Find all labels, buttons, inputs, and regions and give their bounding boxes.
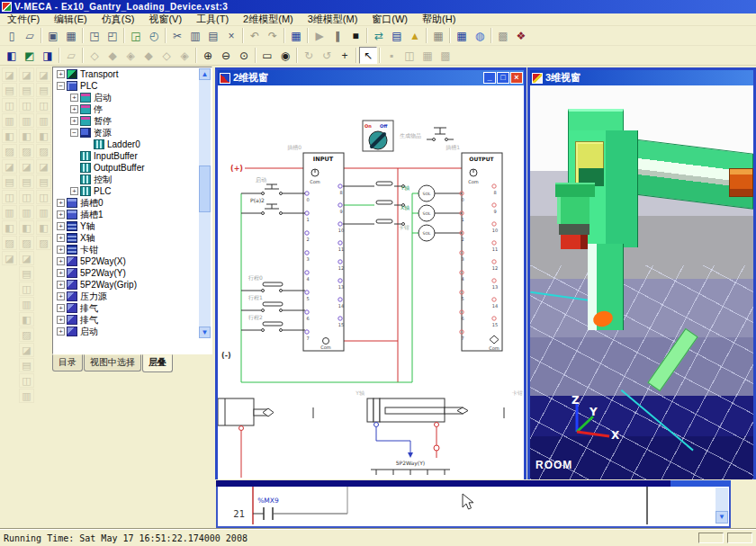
pan-icon[interactable]: + [336,47,354,64]
mesh-icon[interactable]: ▩ [494,27,512,44]
tree-item[interactable]: +OutputBuffer [54,162,200,174]
left-tool-icon[interactable]: ◫ [19,282,34,296]
left-tool-icon[interactable]: ▥ [36,205,51,219]
save-all-icon[interactable]: ▦ [62,27,80,44]
tree-item[interactable]: +排气 [54,302,200,314]
left-tool-icon[interactable]: ▨ [2,236,17,250]
left-tool-icon[interactable]: ◫ [19,373,34,388]
iso-view-3-icon[interactable]: ◈ [122,47,140,64]
play-icon[interactable]: ▶ [310,27,328,44]
left-tool-icon[interactable]: ◧ [36,129,51,143]
left-tool-icon[interactable]: ▨ [19,236,34,250]
left-tool-icon[interactable]: ◫ [19,190,34,204]
tree-expand-toggle[interactable]: − [57,82,65,90]
open-file-icon[interactable]: ▱ [21,27,39,44]
left-tool-icon[interactable]: ▤ [2,175,17,189]
iso-view-4-icon[interactable]: ◆ [140,47,158,64]
zoom-fit-icon[interactable]: ⊙ [235,47,253,64]
left-tool-icon[interactable]: ◫ [36,190,51,204]
left-tool-icon[interactable]: ◫ [36,98,51,112]
tree-item[interactable]: +5P2Way(X) [54,255,200,267]
tree-item[interactable]: +Ladder0 [54,139,200,150]
tree-item[interactable]: +暂停 [54,115,200,127]
tile-vertical-icon[interactable]: ◫ [400,47,418,64]
left-tool-icon[interactable]: ◧ [2,129,17,143]
left-tool-icon[interactable]: ◫ [2,98,17,112]
tree-item[interactable]: −PLC [54,80,200,92]
cylinder-x[interactable] [218,398,274,431]
tree-item[interactable]: +启动 [54,326,200,337]
tree-item[interactable]: +X轴 [54,232,200,244]
left-tool-icon[interactable]: ◧ [19,312,34,327]
rotate-free-icon[interactable]: ↺ [318,47,336,64]
tree-item[interactable]: +5P2Way(Y) [54,267,200,279]
left-tool-icon[interactable]: ◧ [2,220,17,235]
open-project-icon[interactable]: ◳ [86,27,104,44]
report-warning-icon[interactable]: ▲ [406,27,424,44]
minimize-button[interactable]: _ [483,72,496,84]
tree-expand-toggle[interactable]: + [57,70,65,78]
tree-item[interactable]: +InputBuffer [54,150,200,162]
tile-quad-icon[interactable]: ▩ [436,47,454,64]
iso-view-6-icon[interactable]: ◈ [176,47,194,64]
left-tool-icon[interactable]: ▤ [19,358,34,372]
pause-icon[interactable]: ∥ [328,27,346,44]
left-tool-icon[interactable]: ▨ [2,144,17,158]
plc-editor-icon[interactable]: ▦ [287,27,305,44]
left-tool-icon[interactable]: ▥ [19,297,34,311]
output-module[interactable]: OUTPUT 插槽1 Com 01234567 89101112131415 C… [446,144,502,351]
connect-icon[interactable]: ⇄ [370,27,388,44]
tree-item[interactable]: +控制 [54,174,200,185]
tree-item[interactable]: +压力源 [54,291,200,302]
scroll-up-icon[interactable]: ▲ [199,68,211,80]
left-tool-icon[interactable]: ▨ [36,236,51,250]
tree-item[interactable]: +插槽1 [54,209,200,220]
left-tool-icon[interactable]: ◪ [2,67,17,82]
menu-item-0[interactable]: 文件(F) [0,13,47,26]
tree-item[interactable]: +Transport [54,68,200,80]
view3d-titlebar[interactable]: 3维视窗 [530,70,753,85]
data-table-icon[interactable]: ▦ [453,27,471,44]
left-tool-icon[interactable]: ◫ [19,98,34,112]
left-tool-icon[interactable]: ◧ [19,220,34,235]
tree-expand-toggle[interactable]: + [57,327,65,336]
help-book-icon[interactable]: ❖ [512,27,530,44]
view2d-canvas[interactable]: (+) (-) On Off 生成物品 [218,85,524,479]
view3d-scene[interactable]: Z Y X ROOM [530,85,753,479]
export-icon[interactable]: ◲ [127,27,145,44]
tree-item[interactable]: +排气 [54,314,200,326]
tree-expand-toggle[interactable]: + [57,222,65,230]
paste-icon[interactable]: ▤ [204,27,222,44]
tree-expand-toggle[interactable]: + [70,105,78,113]
left-tool-icon[interactable]: ▤ [19,83,34,97]
rotate-view-icon[interactable]: ↻ [300,47,318,64]
left-tool-icon[interactable]: ▨ [36,144,51,158]
tree-expand-toggle[interactable]: + [57,234,65,242]
left-tool-icon[interactable]: ▥ [2,113,17,128]
tree-expand-toggle[interactable]: + [57,281,65,289]
zoom-dynamic-icon[interactable]: ◉ [276,47,294,64]
left-tool-icon[interactable]: ◪ [19,251,34,265]
maximize-button[interactable]: □ [497,72,509,84]
save-project-icon[interactable]: ◰ [104,27,122,44]
tree-tab-1[interactable]: 视图中选择 [84,354,141,371]
left-tool-icon[interactable]: ▨ [19,144,34,158]
left-tool-icon[interactable]: ◪ [19,159,34,174]
tree-expand-toggle[interactable]: + [70,117,78,125]
new-file-icon[interactable]: ▯ [3,27,21,44]
left-tool-icon[interactable]: ▥ [2,205,17,219]
knob-switch[interactable]: On Off [363,121,393,151]
bulb-icon[interactable]: ◍ [471,27,489,44]
zoom-in-icon[interactable]: ⊕ [199,47,217,64]
zoom-window-icon[interactable]: ▭ [258,47,276,64]
left-tool-icon[interactable]: ◪ [2,159,17,174]
left-tool-icon[interactable]: ▤ [36,175,51,189]
left-tool-icon[interactable]: ▤ [2,83,17,97]
tree-item[interactable]: −资源 [54,127,200,139]
close-button[interactable]: × [510,72,523,84]
titlebar[interactable]: V-MECA - Ex10_Gantry_Loading_Device.vst:… [0,0,756,13]
tree-item[interactable]: +Y轴 [54,220,200,232]
spawn-pushbutton[interactable] [427,128,454,141]
tree-item[interactable]: +5P2Way(Grip) [54,279,200,291]
menu-item-5[interactable]: 2维模型(M) [236,13,301,26]
